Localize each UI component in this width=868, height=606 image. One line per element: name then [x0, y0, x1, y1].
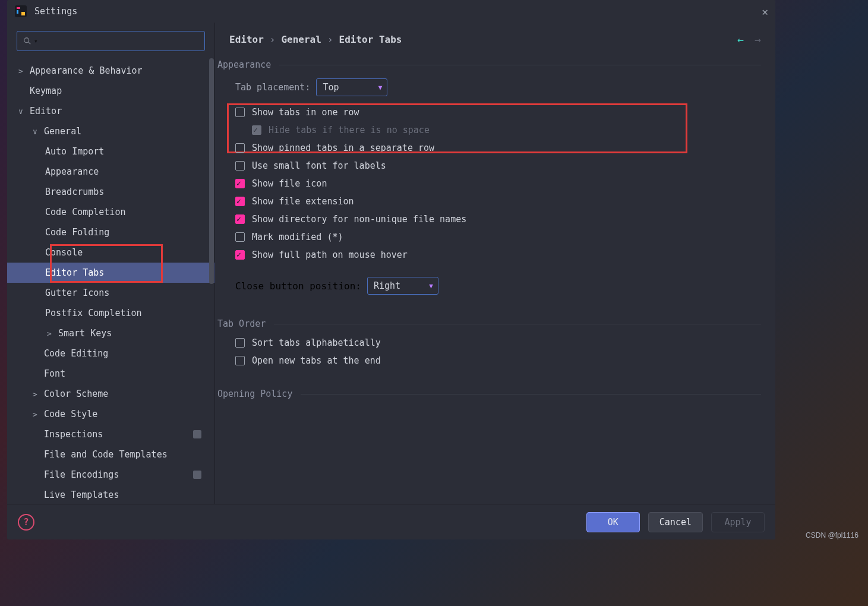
checkbox-label: Sort tabs alphabetically [252, 337, 381, 348]
tree-item[interactable]: Postfix Completion [7, 303, 214, 323]
tree-item[interactable]: Code Folding [7, 222, 214, 242]
checkbox[interactable] [235, 161, 245, 171]
checkbox-row[interactable]: Sort tabs alphabetically [235, 337, 761, 348]
checkbox-row[interactable]: Show file extension [235, 196, 761, 207]
scope-badge-icon [193, 471, 201, 479]
tab-placement-select[interactable]: Top ▼ [316, 78, 387, 96]
checkbox-row: Hide tabs if there is no space [252, 125, 761, 135]
tab-placement-label: Tab placement: [235, 82, 310, 93]
help-icon[interactable]: ? [18, 514, 34, 531]
close-icon[interactable]: ✕ [762, 5, 768, 18]
tree-item[interactable]: Appearance [7, 162, 214, 182]
tree-item-label: Color Scheme [44, 389, 108, 399]
checkbox[interactable] [235, 143, 245, 153]
tree-item[interactable]: ∨General [7, 121, 214, 141]
ok-button[interactable]: OK [586, 512, 640, 532]
select-value: Right [374, 280, 400, 291]
select-value: Top [323, 82, 339, 93]
tree-item-label: Inspections [44, 429, 103, 440]
tree-item-label: Code Completion [45, 207, 125, 217]
checkbox[interactable] [235, 338, 245, 348]
tree-item[interactable]: Live Templates [7, 485, 214, 504]
scrollbar-thumb[interactable] [209, 58, 214, 284]
svg-point-4 [24, 38, 29, 43]
breadcrumb: Editor › General › Editor Tabs [229, 34, 402, 45]
tree-item[interactable]: >Color Scheme [7, 384, 214, 404]
chevron-down-icon: ∨ [31, 127, 39, 136]
checkbox[interactable] [235, 179, 245, 188]
tree-item[interactable]: Inspections [7, 424, 214, 444]
tree-item[interactable]: Code Editing [7, 343, 214, 364]
tree-item[interactable]: Auto Import [7, 141, 214, 162]
tree-item-label: Editor Tabs [45, 267, 104, 278]
search-dropdown-icon[interactable]: ▾ [34, 37, 38, 45]
checkbox[interactable] [235, 250, 245, 260]
checkbox-row[interactable]: Show file icon [235, 178, 761, 189]
tree-item[interactable]: File Encodings [7, 465, 214, 485]
breadcrumb-item[interactable]: General [281, 34, 321, 45]
tree-item-label: Code Style [44, 409, 97, 419]
settings-scroll[interactable]: Appearance Tab placement: Top ▼ Show tab… [215, 56, 775, 504]
checkbox[interactable] [235, 214, 245, 224]
tree-item[interactable]: >Appearance & Behavior [7, 61, 214, 81]
section-tab-order: Tab Order [215, 318, 761, 329]
checkbox[interactable] [235, 108, 245, 117]
tree-item[interactable]: Console [7, 242, 214, 263]
checkbox-label: Show full path on mouse hover [252, 250, 408, 260]
app-icon [14, 5, 27, 18]
tree-item-label: Smart Keys [58, 328, 112, 339]
checkbox[interactable] [235, 197, 245, 206]
tree-item[interactable]: ∨Editor [7, 101, 214, 121]
checkbox[interactable] [235, 232, 245, 242]
section-appearance: Appearance [215, 59, 761, 70]
checkbox-row[interactable]: Mark modified (*) [235, 232, 761, 242]
checkbox-row[interactable]: Show pinned tabs in a separate row [235, 143, 761, 153]
checkbox-row[interactable]: Show tabs in one row [235, 107, 761, 118]
tree-item[interactable]: >Smart Keys [7, 323, 214, 343]
checkbox-label: Show file extension [252, 196, 354, 207]
tree-item[interactable]: Editor Tabs [7, 263, 214, 283]
tree-item-label: Breadcrumbs [45, 187, 104, 197]
tree-item-label: Editor [30, 106, 62, 116]
settings-tree[interactable]: >Appearance & Behavior Keymap∨Editor∨Gen… [7, 57, 214, 504]
button-bar: ? OK Cancel Apply [7, 504, 775, 539]
nav-back-icon[interactable]: ← [737, 33, 744, 46]
tree-item-label: File Encodings [44, 469, 119, 480]
checkbox-label: Hide tabs if there is no space [269, 125, 430, 135]
tree-item[interactable]: Breadcrumbs [7, 182, 214, 202]
search-input[interactable]: ▾ [17, 31, 205, 51]
checkbox-row[interactable]: Show directory for non-unique file names [235, 214, 761, 225]
checkbox-label: Open new tabs at the end [252, 355, 381, 366]
checkbox-row[interactable]: Open new tabs at the end [235, 355, 761, 366]
cancel-button[interactable]: Cancel [648, 512, 703, 532]
chevron-down-icon: ▼ [378, 84, 383, 91]
breadcrumb-item[interactable]: Editor [229, 34, 264, 45]
section-title: Tab Order [217, 318, 266, 329]
nav-forward-icon: → [755, 33, 761, 46]
tree-item[interactable]: Keymap [7, 81, 214, 101]
chevron-down-icon: ∨ [17, 107, 25, 116]
checkbox-label: Use small font for labels [252, 160, 386, 171]
divider [279, 65, 761, 65]
checkbox-label: Show directory for non-unique file names [252, 214, 466, 225]
tree-item[interactable]: Font [7, 364, 214, 384]
section-title: Appearance [217, 59, 271, 70]
chevron-right-icon: > [45, 329, 53, 338]
tree-item[interactable]: >Code Style [7, 404, 214, 424]
tree-item-label: General [44, 126, 81, 137]
close-button-position-label: Close button position: [235, 280, 361, 292]
tree-item[interactable]: File and Code Templates [7, 444, 214, 465]
tree-item[interactable]: Code Completion [7, 202, 214, 222]
sidebar: ▾ >Appearance & Behavior Keymap∨Editor∨G… [7, 23, 215, 504]
breadcrumb-item: Editor Tabs [339, 34, 402, 45]
tree-item[interactable]: Gutter Icons [7, 283, 214, 303]
checkbox-row[interactable]: Show full path on mouse hover [235, 250, 761, 260]
checkbox[interactable] [235, 356, 245, 365]
window-title: Settings [34, 6, 77, 17]
close-button-position-select[interactable]: Right ▼ [367, 277, 438, 295]
checkbox-row[interactable]: Use small font for labels [235, 160, 761, 171]
svg-line-5 [29, 42, 31, 45]
svg-rect-2 [17, 10, 18, 14]
tree-item-label: Gutter Icons [45, 288, 109, 298]
tree-item-label: Keymap [30, 86, 62, 96]
